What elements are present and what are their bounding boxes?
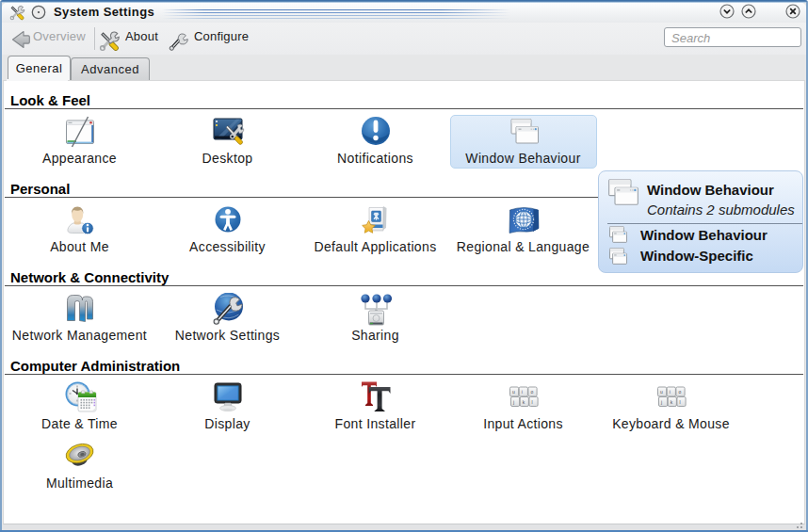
svg-text:u: u: [512, 389, 515, 395]
svg-text:o: o: [678, 389, 681, 395]
svg-text:j: j: [660, 399, 662, 405]
svg-text:o: o: [530, 389, 533, 395]
svg-text:i: i: [521, 389, 522, 395]
svg-text:u: u: [660, 389, 663, 395]
svg-text:i: i: [669, 389, 670, 395]
svg-text:l: l: [679, 399, 680, 405]
svg-text:l: l: [531, 399, 532, 405]
svg-text:j: j: [512, 399, 514, 405]
